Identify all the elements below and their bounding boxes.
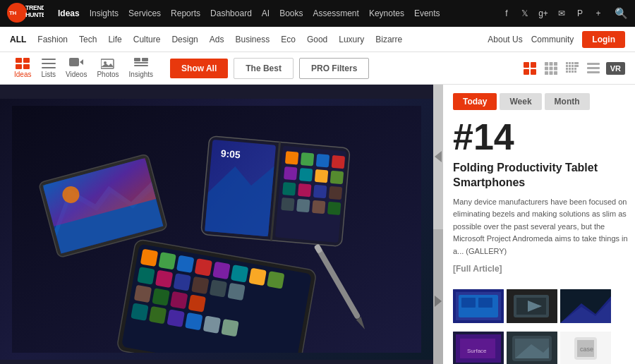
svg-rect-87 bbox=[176, 255, 194, 272]
nav-events[interactable]: Events bbox=[414, 8, 440, 18]
svg-rect-72 bbox=[315, 169, 329, 183]
svg-rect-70 bbox=[284, 166, 298, 181]
nav-assessment[interactable]: Assessment bbox=[313, 8, 359, 18]
login-button[interactable]: Login bbox=[582, 31, 625, 48]
svg-rect-19 bbox=[134, 65, 148, 66]
svg-rect-88 bbox=[195, 258, 212, 276]
the-best-button[interactable]: The Best bbox=[234, 58, 294, 79]
facebook-icon[interactable]: f bbox=[500, 7, 513, 20]
pro-filters-button[interactable]: PRO Filters bbox=[299, 58, 369, 79]
nav-divider-col bbox=[433, 85, 443, 364]
cat-all[interactable]: ALL bbox=[10, 35, 26, 44]
nav-reports[interactable]: Reports bbox=[171, 8, 200, 18]
svg-text:Surface: Surface bbox=[467, 348, 487, 354]
article-description: Many device manufacturers have been focu… bbox=[453, 196, 635, 258]
svg-rect-26 bbox=[554, 62, 557, 66]
sidebar-panel: Today Week Month #14 Folding Productivit… bbox=[443, 85, 635, 364]
grid-large-icon[interactable] bbox=[521, 60, 538, 77]
thumbnail-5[interactable] bbox=[507, 332, 557, 364]
svg-rect-27 bbox=[545, 66, 548, 70]
lists-view-icon[interactable]: Lists bbox=[37, 56, 60, 80]
svg-rect-11 bbox=[69, 58, 79, 66]
nav-prev-button[interactable] bbox=[433, 85, 443, 229]
svg-rect-43 bbox=[566, 68, 568, 70]
community-link[interactable]: Community bbox=[531, 35, 574, 44]
svg-rect-90 bbox=[231, 265, 248, 282]
vr-badge[interactable]: VR bbox=[606, 62, 625, 75]
svg-rect-99 bbox=[134, 285, 152, 303]
nav-keynotes[interactable]: Keynotes bbox=[369, 8, 404, 18]
category-navigation: ALL Fashion Tech Life Culture Design Ads… bbox=[0, 27, 635, 52]
ideas-view-icon[interactable]: Ideas bbox=[10, 56, 35, 80]
svg-rect-37 bbox=[576, 62, 579, 64]
nav-services[interactable]: Services bbox=[128, 8, 161, 18]
cat-fashion[interactable]: Fashion bbox=[37, 35, 68, 44]
thumbnail-4[interactable]: Surface bbox=[453, 332, 504, 364]
svg-rect-5 bbox=[23, 58, 30, 63]
tab-month[interactable]: Month bbox=[545, 93, 590, 110]
thumbnail-2[interactable] bbox=[507, 289, 557, 323]
thumbnail-1[interactable] bbox=[453, 289, 504, 323]
email-icon[interactable]: ✉ bbox=[555, 7, 568, 20]
nav-books[interactable]: Books bbox=[279, 8, 303, 18]
svg-rect-106 bbox=[185, 313, 202, 330]
plus-icon[interactable]: + bbox=[592, 7, 605, 20]
svg-rect-46 bbox=[574, 68, 576, 70]
thumbnail-row-1 bbox=[443, 289, 635, 329]
full-article-link[interactable]: [Full Article] bbox=[453, 264, 635, 274]
cat-eco[interactable]: Eco bbox=[281, 35, 296, 44]
svg-rect-17 bbox=[142, 58, 148, 61]
nav-next-button[interactable] bbox=[433, 229, 443, 364]
photos-view-icon[interactable]: Photos bbox=[92, 56, 123, 80]
cat-design[interactable]: Design bbox=[171, 35, 198, 44]
show-all-button[interactable]: Show All bbox=[170, 59, 228, 78]
grid-medium-icon[interactable] bbox=[543, 60, 560, 77]
thumbnail-3[interactable] bbox=[560, 289, 611, 323]
thumbnail-6[interactable]: case bbox=[560, 332, 611, 364]
cat-good[interactable]: Good bbox=[307, 35, 327, 44]
cat-tech[interactable]: Tech bbox=[79, 35, 97, 44]
svg-rect-66 bbox=[285, 151, 299, 165]
sidebar-article-info: Today Week Month #14 Folding Productivit… bbox=[443, 85, 635, 289]
nav-ai[interactable]: AI bbox=[262, 8, 270, 18]
article-rank: #14 bbox=[453, 119, 635, 155]
tab-today[interactable]: Today bbox=[453, 93, 497, 110]
search-icon[interactable]: 🔍 bbox=[615, 7, 628, 20]
about-us-link[interactable]: About Us bbox=[488, 35, 522, 44]
svg-rect-33 bbox=[566, 62, 568, 64]
svg-rect-98 bbox=[227, 283, 245, 301]
cat-luxury[interactable]: Luxury bbox=[339, 35, 364, 44]
cat-culture[interactable]: Culture bbox=[133, 35, 161, 44]
pinterest-icon[interactable]: P bbox=[574, 7, 586, 20]
svg-rect-20 bbox=[524, 62, 529, 68]
svg-rect-24 bbox=[545, 62, 548, 66]
tab-week[interactable]: Week bbox=[500, 93, 541, 110]
nav-ideas[interactable]: Ideas bbox=[58, 8, 80, 18]
insights-view-icon[interactable]: Insights bbox=[125, 56, 157, 80]
nav-insights[interactable]: Insights bbox=[90, 8, 119, 18]
googleplus-icon[interactable]: g+ bbox=[537, 7, 550, 20]
twitter-icon[interactable]: 𝕏 bbox=[519, 7, 531, 20]
main-image-area[interactable]: 9:05 bbox=[0, 85, 433, 364]
grid-list-icon[interactable] bbox=[585, 60, 602, 77]
svg-text:TREND: TREND bbox=[25, 4, 44, 11]
cat-business[interactable]: Business bbox=[235, 35, 270, 44]
cat-ads[interactable]: Ads bbox=[210, 35, 224, 44]
svg-rect-92 bbox=[267, 271, 284, 289]
svg-rect-16 bbox=[134, 58, 140, 61]
svg-rect-8 bbox=[42, 59, 56, 60]
cat-bizarre[interactable]: Bizarre bbox=[375, 35, 402, 44]
svg-rect-4 bbox=[16, 58, 22, 63]
videos-view-icon[interactable]: Videos bbox=[61, 56, 91, 80]
svg-rect-86 bbox=[158, 252, 176, 269]
logo-text: TREND HUNTER TH bbox=[7, 3, 44, 25]
cat-life[interactable]: Life bbox=[108, 35, 121, 44]
nav-dashboard[interactable]: Dashboard bbox=[210, 8, 252, 18]
grid-small-icon[interactable] bbox=[564, 60, 581, 77]
svg-rect-36 bbox=[574, 62, 576, 64]
svg-rect-25 bbox=[549, 62, 552, 66]
svg-rect-75 bbox=[298, 183, 312, 198]
svg-rect-91 bbox=[248, 267, 266, 285]
thumbnail-row-2: Surface case bbox=[443, 332, 635, 364]
logo[interactable]: TREND HUNTER TH bbox=[7, 3, 44, 25]
